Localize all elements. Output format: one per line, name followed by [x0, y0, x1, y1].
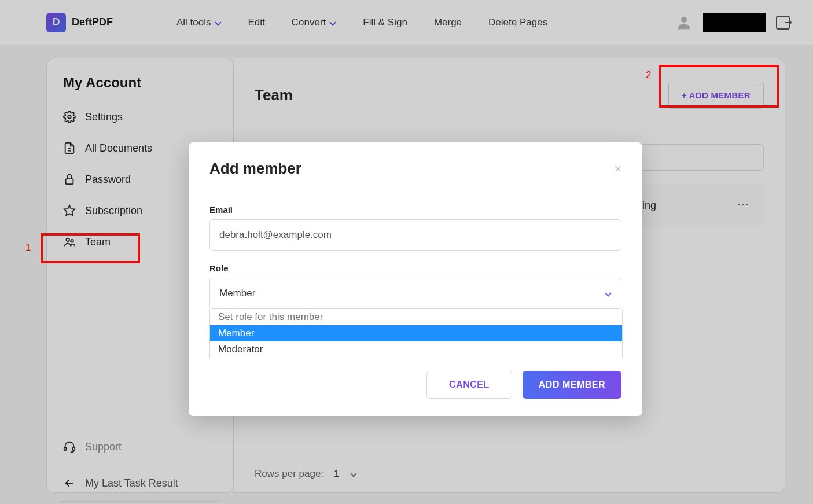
user-avatar-icon[interactable] [675, 14, 693, 31]
username-redacted [703, 13, 766, 32]
sidebar-title: My Account [47, 75, 233, 101]
role-dropdown: Set role for this member Member Moderato… [209, 309, 623, 358]
app-header: D DeftPDF All tools Edit Convert Fill & … [0, 0, 813, 45]
modal-title: Add member [209, 160, 301, 178]
svg-marker-3 [64, 205, 75, 215]
sidebar-item-settings[interactable]: Settings [47, 101, 233, 133]
team-icon [63, 236, 76, 248]
role-selected-value: Member [219, 288, 255, 299]
star-icon [63, 204, 76, 217]
svg-rect-2 [66, 179, 73, 184]
page-title: Team [255, 86, 293, 104]
annotation-number: 2 [646, 69, 651, 81]
sidebar-label: Team [85, 236, 111, 248]
add-member-modal: Add member × Email Role Member Set role … [189, 142, 642, 416]
pager-label: Rows per page: [255, 468, 323, 480]
cancel-button[interactable]: CANCEL [426, 371, 512, 399]
email-input[interactable] [209, 219, 621, 251]
pager-value: 1 [334, 468, 339, 480]
pagination: Rows per page: 1 [255, 468, 357, 480]
nav-convert[interactable]: Convert [292, 17, 337, 28]
close-icon[interactable]: × [614, 161, 621, 176]
nav-label: All tools [176, 17, 211, 28]
chevron-down-icon [329, 19, 336, 26]
nav-fill-sign[interactable]: Fill & Sign [363, 17, 407, 28]
brand-logo[interactable]: D DeftPDF [46, 13, 113, 32]
nav-all-tools[interactable]: All tools [176, 17, 222, 28]
svg-rect-7 [73, 447, 75, 451]
brand-name: DeftPDF [72, 16, 113, 28]
sidebar-label: Subscription [85, 205, 142, 217]
headset-icon [63, 440, 76, 453]
email-label: Email [209, 205, 621, 215]
chevron-down-icon[interactable] [350, 470, 357, 477]
nav-label: Convert [292, 17, 326, 28]
nav-edit[interactable]: Edit [248, 17, 265, 28]
sidebar-item-support[interactable]: Support [47, 431, 233, 462]
row-menu-icon[interactable]: ⋮ [737, 199, 751, 212]
sidebar-label: Settings [85, 111, 123, 123]
sidebar-label: Password [85, 174, 131, 186]
role-option-placeholder[interactable]: Set role for this member [210, 309, 622, 325]
role-option-member[interactable]: Member [210, 325, 622, 341]
sidebar-label: Support [85, 441, 122, 453]
sidebar-item-last-task[interactable]: My Last Task Result [47, 468, 233, 499]
gear-icon [63, 111, 76, 123]
logo-icon: D [46, 13, 66, 32]
svg-point-5 [71, 240, 73, 242]
document-icon [63, 142, 76, 154]
role-option-moderator[interactable]: Moderator [210, 341, 622, 358]
add-member-button[interactable]: + ADD MEMBER [668, 82, 764, 109]
main-nav: All tools Edit Convert Fill & Sign Merge… [176, 17, 547, 28]
svg-point-0 [681, 17, 687, 23]
arrow-left-icon [63, 477, 76, 490]
add-member-submit-button[interactable]: ADD MEMBER [523, 371, 621, 399]
nav-delete-pages[interactable]: Delete Pages [488, 17, 547, 28]
divider [60, 465, 220, 465]
lock-icon [63, 173, 76, 186]
chevron-down-icon [605, 290, 612, 297]
role-label: Role [209, 263, 621, 273]
exit-icon[interactable] [776, 16, 790, 30]
svg-point-1 [68, 115, 71, 119]
svg-point-4 [67, 238, 70, 242]
nav-merge[interactable]: Merge [434, 17, 462, 28]
divider [60, 501, 220, 502]
svg-rect-6 [64, 447, 67, 451]
sidebar-label: My Last Task Result [85, 477, 178, 490]
role-select[interactable]: Member [209, 278, 621, 309]
annotation-number: 1 [25, 242, 31, 253]
sidebar-label: All Documents [85, 142, 152, 154]
chevron-down-icon [215, 19, 222, 26]
